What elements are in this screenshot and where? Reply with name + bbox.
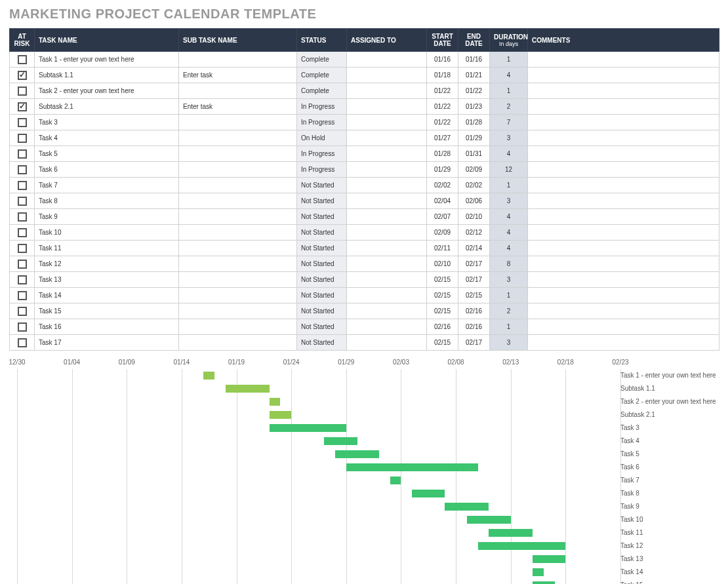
cell-status[interactable]: In Progress (297, 99, 347, 115)
checkbox-icon[interactable] (18, 71, 27, 80)
cell-status[interactable]: In Progress (297, 162, 347, 178)
cell-at-risk[interactable] (10, 335, 35, 351)
cell-duration[interactable]: 4 (490, 209, 528, 225)
cell-assigned[interactable] (347, 68, 427, 83)
cell-end-date[interactable]: 01/16 (458, 52, 490, 68)
cell-start-date[interactable]: 01/28 (427, 146, 458, 162)
cell-duration[interactable]: 1 (490, 319, 528, 335)
cell-comments[interactable] (528, 319, 719, 335)
cell-assigned[interactable] (347, 256, 427, 272)
cell-duration[interactable]: 4 (490, 68, 528, 83)
cell-task-name[interactable]: Subtask 1.1 (35, 68, 179, 83)
cell-sub-task[interactable]: Enter task (179, 99, 297, 115)
cell-duration[interactable]: 1 (490, 52, 528, 68)
cell-comments[interactable] (528, 193, 719, 209)
cell-end-date[interactable]: 02/14 (458, 241, 490, 256)
cell-comments[interactable] (528, 99, 719, 115)
cell-duration[interactable]: 3 (490, 335, 528, 351)
cell-duration[interactable]: 7 (490, 115, 528, 130)
cell-status[interactable]: Not Started (297, 319, 347, 335)
cell-task-name[interactable]: Task 15 (35, 303, 179, 319)
cell-start-date[interactable]: 02/15 (427, 303, 458, 319)
cell-task-name[interactable]: Task 13 (35, 272, 179, 288)
checkbox-icon[interactable] (18, 291, 27, 300)
cell-duration[interactable]: 1 (490, 288, 528, 303)
cell-sub-task[interactable] (179, 319, 297, 335)
cell-status[interactable]: Not Started (297, 225, 347, 241)
cell-duration[interactable]: 1 (490, 83, 528, 99)
cell-task-name[interactable]: Task 9 (35, 209, 179, 225)
cell-assigned[interactable] (347, 193, 427, 209)
cell-task-name[interactable]: Subtask 2.1 (35, 99, 179, 115)
cell-duration[interactable]: 4 (490, 146, 528, 162)
cell-task-name[interactable]: Task 2 - enter your own text here (35, 83, 179, 99)
cell-duration[interactable]: 2 (490, 303, 528, 319)
cell-duration[interactable]: 1 (490, 178, 528, 193)
cell-start-date[interactable]: 02/07 (427, 209, 458, 225)
cell-comments[interactable] (528, 130, 719, 146)
cell-end-date[interactable]: 02/17 (458, 335, 490, 351)
checkbox-icon[interactable] (18, 118, 27, 127)
cell-task-name[interactable]: Task 7 (35, 178, 179, 193)
cell-end-date[interactable]: 02/02 (458, 178, 490, 193)
cell-sub-task[interactable] (179, 303, 297, 319)
cell-duration[interactable]: 3 (490, 130, 528, 146)
cell-end-date[interactable]: 01/22 (458, 83, 490, 99)
cell-at-risk[interactable] (10, 241, 35, 256)
cell-task-name[interactable]: Task 10 (35, 225, 179, 241)
cell-task-name[interactable]: Task 8 (35, 193, 179, 209)
checkbox-icon[interactable] (18, 197, 27, 206)
checkbox-icon[interactable] (18, 244, 27, 253)
cell-task-name[interactable]: Task 6 (35, 162, 179, 178)
checkbox-icon[interactable] (18, 87, 27, 96)
cell-at-risk[interactable] (10, 288, 35, 303)
cell-end-date[interactable]: 02/15 (458, 288, 490, 303)
cell-comments[interactable] (528, 115, 719, 130)
cell-status[interactable]: Not Started (297, 241, 347, 256)
cell-start-date[interactable]: 01/27 (427, 130, 458, 146)
cell-start-date[interactable]: 02/15 (427, 272, 458, 288)
cell-assigned[interactable] (347, 272, 427, 288)
cell-task-name[interactable]: Task 5 (35, 146, 179, 162)
cell-status[interactable]: Complete (297, 83, 347, 99)
cell-comments[interactable] (528, 272, 719, 288)
cell-task-name[interactable]: Task 4 (35, 130, 179, 146)
checkbox-icon[interactable] (18, 134, 27, 143)
cell-duration[interactable]: 4 (490, 241, 528, 256)
cell-start-date[interactable]: 01/22 (427, 83, 458, 99)
cell-sub-task[interactable] (179, 83, 297, 99)
cell-duration[interactable]: 3 (490, 272, 528, 288)
cell-end-date[interactable]: 02/16 (458, 303, 490, 319)
cell-start-date[interactable]: 01/22 (427, 115, 458, 130)
cell-comments[interactable] (528, 256, 719, 272)
cell-at-risk[interactable] (10, 209, 35, 225)
cell-duration[interactable]: 3 (490, 193, 528, 209)
cell-comments[interactable] (528, 303, 719, 319)
cell-comments[interactable] (528, 83, 719, 99)
cell-start-date[interactable]: 02/15 (427, 335, 458, 351)
cell-end-date[interactable]: 02/06 (458, 193, 490, 209)
cell-end-date[interactable]: 02/17 (458, 256, 490, 272)
cell-comments[interactable] (528, 146, 719, 162)
cell-duration[interactable]: 12 (490, 162, 528, 178)
cell-end-date[interactable]: 02/16 (458, 319, 490, 335)
cell-comments[interactable] (528, 241, 719, 256)
cell-status[interactable]: In Progress (297, 115, 347, 130)
cell-at-risk[interactable] (10, 130, 35, 146)
cell-task-name[interactable]: Task 3 (35, 115, 179, 130)
cell-start-date[interactable]: 02/02 (427, 178, 458, 193)
cell-sub-task[interactable]: Enter task (179, 68, 297, 83)
cell-at-risk[interactable] (10, 162, 35, 178)
cell-start-date[interactable]: 02/04 (427, 193, 458, 209)
cell-assigned[interactable] (347, 99, 427, 115)
cell-sub-task[interactable] (179, 256, 297, 272)
cell-start-date[interactable]: 02/11 (427, 241, 458, 256)
cell-sub-task[interactable] (179, 52, 297, 68)
cell-end-date[interactable]: 02/12 (458, 225, 490, 241)
cell-start-date[interactable]: 01/18 (427, 68, 458, 83)
cell-status[interactable]: Not Started (297, 256, 347, 272)
cell-assigned[interactable] (347, 130, 427, 146)
checkbox-icon[interactable] (18, 181, 27, 190)
cell-status[interactable]: In Progress (297, 146, 347, 162)
cell-status[interactable]: Complete (297, 68, 347, 83)
